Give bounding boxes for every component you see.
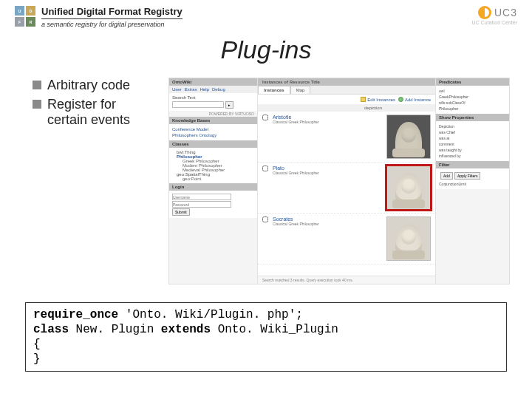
header-right: UC3 UC Curation Center (472, 6, 517, 25)
edit-instances-button[interactable]: Edit Instances (361, 97, 395, 102)
uc3-text: UC3 (494, 7, 517, 18)
show-properties: Depiction was Chief was at comment was t… (436, 121, 509, 161)
row-name[interactable]: Plato (273, 166, 386, 171)
main-tabs: Instances Map (258, 86, 435, 95)
prop-item[interactable]: comment (439, 141, 506, 147)
row-checkbox[interactable] (262, 115, 268, 120)
logo-u: U (15, 6, 24, 16)
kb-item[interactable]: Philosophers Ontology (172, 132, 254, 138)
panel-classes-header: Classes (169, 140, 257, 148)
powered-by: POWERED BY VIRTUOSO (169, 111, 257, 117)
row-thumbnail-highlighted[interactable] (386, 166, 431, 210)
divider (41, 18, 183, 19)
bullet-text: Register for certain events (47, 97, 158, 129)
table-row: Plato Classical Greek Philosopher (258, 163, 435, 214)
add-label: Add Instance (405, 98, 431, 102)
udfr-logo: U D F R (15, 6, 35, 27)
add-instance-button[interactable]: Add Instance (398, 97, 431, 102)
row-name[interactable]: Socrates (273, 216, 386, 222)
bullet-square-icon (33, 100, 41, 109)
code-text: { (33, 338, 41, 351)
kb-item[interactable]: Conference Model (172, 126, 254, 132)
plus-icon (398, 97, 403, 102)
bullet-list: Arbitrary code Register for certain even… (33, 78, 158, 284)
filter-add-button[interactable]: Add (440, 172, 453, 180)
col-depiction: depiction (364, 106, 431, 110)
panel-predicates-header: Predicates (436, 78, 509, 86)
search-button[interactable]: ▸ (225, 101, 233, 109)
list-header: depiction (258, 104, 435, 112)
prop-item[interactable]: was taught by (439, 147, 506, 153)
prop-item[interactable]: Depiction (439, 123, 506, 129)
tab-instances[interactable]: Instances (258, 86, 290, 94)
status-bar: Search matched 3 results. Query executio… (258, 276, 435, 284)
code-text: 'Onto. Wiki/Plugin. php'; (118, 308, 303, 321)
predicate-item[interactable]: Philosopher (439, 106, 506, 112)
logo-f: F (15, 17, 24, 27)
logo-d: D (26, 6, 35, 16)
tab-map[interactable]: Map (290, 86, 311, 94)
uc3-logo: UC3 (472, 6, 517, 19)
main-toolbar: Edit Instances Add Instance (258, 95, 435, 104)
filter-note: ConjunctionLimit (439, 181, 506, 187)
main-header: Instances of Resource Title (258, 78, 435, 86)
nav-link[interactable]: Debug (212, 87, 225, 92)
prop-item[interactable]: influenced by (439, 153, 506, 159)
registry-subtitle: a semantic registry for digital preserva… (41, 21, 183, 28)
row-desc: Classical Greek Philosopher (273, 222, 386, 226)
class-tree: bwl:Thing Philosopher Greek Philosopher … (169, 148, 257, 183)
ss-main: Instances of Resource Title Instances Ma… (258, 78, 435, 284)
ontowiki-nav: User Extras Help Debug (169, 86, 257, 93)
nav-link[interactable]: User (172, 87, 182, 92)
registry-title: Unified Digital Format Registry (41, 6, 183, 17)
search-input[interactable] (172, 101, 224, 108)
row-checkbox[interactable] (262, 166, 268, 171)
username-field[interactable] (172, 194, 231, 200)
row-thumbnail[interactable] (386, 216, 431, 261)
row-name[interactable]: Aristotle (273, 115, 386, 120)
code-kw: class (33, 323, 69, 336)
header-text: Unified Digital Format Registry a semant… (41, 6, 183, 28)
row-thumbnail[interactable] (386, 115, 431, 159)
nav-link[interactable]: Help (200, 87, 209, 92)
edit-label: Edit Instances (367, 98, 395, 102)
slide-header: U D F R Unified Digital Format Registry … (0, 0, 532, 28)
row-desc: Classical Greek Philosopher (273, 120, 386, 124)
uc3-icon (478, 6, 491, 19)
ontowiki-screenshot: OntoWiki User Extras Help Debug Search T… (168, 78, 510, 284)
tree-node[interactable]: geo:Point (172, 177, 254, 181)
row-desc: Classical Greek Philosopher (273, 171, 386, 175)
search-label: Search Text (172, 95, 254, 100)
panel-ontowiki-header: OntoWiki (169, 78, 257, 86)
predicate-item: owl (439, 88, 506, 94)
bullet-item: Register for certain events (33, 97, 158, 129)
panel-show-header: Show Properties (436, 114, 509, 121)
nav-link[interactable]: Extras (185, 87, 197, 92)
ss-sidebar-right: Predicates owl GreekPhilosopher rdfs:sub… (435, 78, 509, 284)
code-text: } (33, 352, 41, 366)
uc3-subtitle: UC Curation Center (472, 20, 517, 25)
row-checkbox[interactable] (262, 216, 268, 222)
code-text: New. Plugin (69, 323, 161, 336)
filter-apply-button[interactable]: Apply Filters (454, 172, 481, 180)
predicate-item[interactable]: GreekPhilosopher (439, 94, 506, 100)
prop-item[interactable]: was at (439, 135, 506, 141)
code-kw: extends (161, 323, 211, 336)
kb-list: Conference Model Philosophers Ontology (169, 124, 257, 140)
login-submit-button[interactable]: Submit (172, 208, 190, 216)
password-field[interactable] (172, 201, 231, 208)
pencil-icon (361, 97, 366, 102)
logo-r: R (26, 17, 35, 27)
filter-panel: Add Apply Filters ConjunctionLimit (436, 168, 509, 189)
prop-item[interactable]: was Chief (439, 129, 506, 135)
bust-icon (395, 173, 422, 207)
bullet-item: Arbitrary code (33, 78, 158, 94)
code-block: require_once 'Onto. Wiki/Plugin. php'; c… (25, 302, 507, 372)
header-left: U D F R Unified Digital Format Registry … (15, 6, 183, 28)
table-row: Aristotle Classical Greek Philosopher (258, 112, 435, 163)
bullet-text: Arbitrary code (47, 78, 130, 94)
login-panel: Submit (169, 191, 257, 218)
bullet-square-icon (33, 81, 41, 89)
ss-sidebar-left: OntoWiki User Extras Help Debug Search T… (169, 78, 258, 284)
bust-icon (395, 122, 422, 156)
